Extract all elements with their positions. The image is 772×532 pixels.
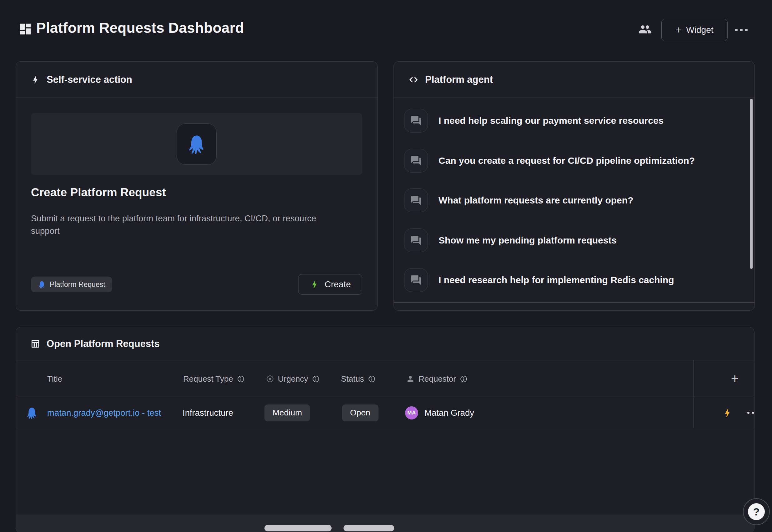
requestor-name: Matan Grady — [424, 408, 474, 418]
code-icon — [408, 74, 419, 85]
octopus-logo-icon — [186, 133, 207, 155]
action-logo-tile — [177, 123, 217, 165]
platform-agent-card: Platform agent I need help scaling our p… — [394, 61, 755, 311]
lightning-icon — [30, 75, 40, 85]
person-icon — [406, 374, 415, 383]
viewers-button[interactable] — [638, 22, 653, 37]
page-menu-button[interactable] — [735, 29, 748, 31]
table-row: matan.grady@getport.io - test Infrastruc… — [16, 397, 754, 428]
chat-bubble-icon — [404, 228, 428, 252]
agent-suggestion-label: What platform requests are currently ope… — [439, 195, 633, 206]
column-header-urgency[interactable]: Urgency — [266, 360, 320, 397]
chat-bubble-icon — [404, 188, 428, 212]
row-request-type-cell: Infrastructure — [183, 397, 233, 428]
ellipsis-icon — [747, 412, 755, 414]
table-header-row: Title Request Type Urgency Status — [16, 360, 754, 397]
action-hero-panel — [31, 113, 362, 175]
row-entity-icon-cell — [25, 397, 38, 428]
row-status-cell: Open — [342, 397, 378, 428]
agent-suggestion[interactable]: What platform requests are currently ope… — [404, 188, 633, 212]
radio-icon — [266, 375, 274, 383]
self-service-action-card: Self-service action Create Platform Requ… — [16, 61, 378, 311]
dashboard-grid-icon — [18, 22, 33, 36]
info-icon[interactable] — [460, 375, 468, 383]
chat-bubble-icon — [404, 109, 428, 133]
info-icon[interactable] — [237, 375, 245, 383]
add-widget-label: Widget — [686, 25, 713, 35]
requests-card-title: Open Platform Requests — [47, 338, 160, 349]
octopus-row-icon — [25, 406, 38, 419]
self-service-card-title: Self-service action — [47, 74, 132, 85]
row-menu-button[interactable] — [743, 397, 754, 428]
yellow-lightning-icon — [722, 408, 733, 418]
requestor-avatar: MA — [405, 406, 418, 419]
column-label: Requestor — [419, 374, 456, 384]
column-header-requestor[interactable]: Requestor — [406, 360, 468, 397]
create-button-label: Create — [324, 279, 351, 289]
column-label: Status — [341, 374, 364, 384]
page-title: Platform Requests Dashboard — [36, 19, 244, 36]
platform-request-badge-label: Platform Request — [50, 280, 105, 289]
agent-suggestion[interactable]: I need research help for implementing Re… — [404, 268, 674, 292]
self-service-card-header: Self-service action — [16, 62, 377, 98]
urgency-badge: Medium — [264, 404, 310, 421]
octopus-badge-icon — [38, 280, 46, 289]
agent-suggestion-label: Show me my pending platform requests — [439, 235, 617, 246]
action-title: Create Platform Request — [31, 186, 166, 199]
add-column-button[interactable]: + — [716, 360, 754, 397]
requests-card-header: Open Platform Requests — [16, 327, 754, 360]
question-mark-icon: ? — [748, 503, 765, 520]
column-header-status[interactable]: Status — [341, 360, 376, 397]
column-label: Title — [47, 374, 62, 384]
row-title-cell: matan.grady@getport.io - test — [47, 397, 161, 428]
info-icon[interactable] — [368, 375, 376, 383]
people-icon — [638, 23, 652, 36]
green-lightning-icon — [309, 279, 319, 289]
column-label: Request Type — [183, 374, 233, 384]
chat-bubble-icon — [404, 268, 428, 292]
column-header-request-type[interactable]: Request Type — [183, 360, 245, 397]
row-title-link[interactable]: matan.grady@getport.io - test — [47, 408, 161, 418]
agent-suggestion[interactable]: Can you create a request for CI/CD pipel… — [404, 149, 695, 173]
agent-scrollbar-thumb[interactable] — [750, 99, 753, 269]
table-footer-band — [16, 514, 754, 532]
help-button[interactable]: ? — [743, 498, 770, 525]
status-badge: Open — [342, 404, 378, 421]
agent-footer-divider — [394, 302, 754, 303]
open-platform-requests-card: Open Platform Requests Title Request Typ… — [16, 327, 754, 532]
info-icon[interactable] — [312, 375, 320, 383]
add-widget-button[interactable]: + Widget — [661, 19, 728, 41]
row-run-action-button[interactable] — [718, 397, 737, 428]
table-icon — [30, 339, 40, 349]
agent-suggestion[interactable]: Show me my pending platform requests — [404, 228, 617, 252]
agent-suggestion-label: I need research help for implementing Re… — [439, 275, 674, 285]
plus-icon: + — [675, 24, 682, 35]
agent-card-title: Platform agent — [425, 74, 493, 85]
create-button[interactable]: Create — [298, 274, 362, 295]
agent-suggestion-label: Can you create a request for CI/CD pipel… — [439, 155, 695, 166]
agent-suggestion[interactable]: I need help scaling our payment service … — [404, 109, 664, 133]
row-requestor-cell: MA Matan Grady — [405, 397, 474, 428]
horizontal-scroll-pill[interactable] — [264, 525, 332, 531]
agent-suggestion-label: I need help scaling our payment service … — [439, 115, 664, 126]
action-description: Submit a request to the platform team fo… — [31, 212, 347, 237]
column-label: Urgency — [278, 374, 308, 384]
horizontal-scroll-pill[interactable] — [343, 525, 394, 531]
agent-card-header: Platform agent — [394, 62, 754, 98]
chat-bubble-icon — [404, 149, 428, 173]
column-header-title[interactable]: Title — [47, 360, 62, 397]
row-urgency-cell: Medium — [264, 397, 310, 428]
platform-request-badge: Platform Request — [31, 277, 112, 292]
